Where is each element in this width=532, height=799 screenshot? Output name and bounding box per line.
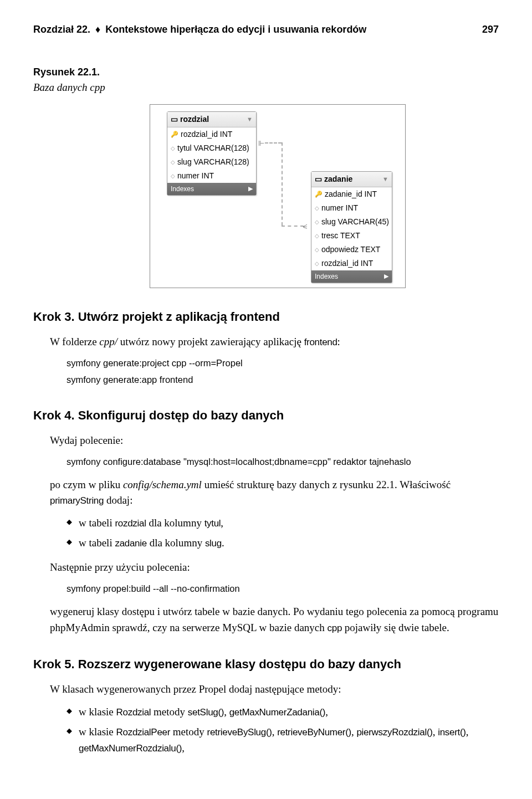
step4-heading: Krok 4. Skonfiguruj dostęp do bazy danyc… — [33, 406, 499, 424]
code-block: symfony generate:project cpp --orm=Prope… — [66, 356, 499, 370]
list-item: w klasie RozdzialPeer metody retrieveByS… — [66, 724, 499, 756]
table-icon: ▭ — [171, 114, 178, 125]
connector-line — [282, 142, 283, 226]
diamond-icon: ◇ — [171, 172, 175, 180]
step4-paragraph3: Następnie przy użyciu polecenia: — [50, 560, 499, 576]
chevron-down-icon: ▼ — [382, 175, 388, 184]
step4-list: w tabeli rozdzial dla kolumny tytul, w t… — [33, 515, 499, 551]
code-block: symfony propel:build --all --no-confirma… — [66, 582, 499, 596]
step4-paragraph: Wydaj polecenie: — [50, 433, 499, 449]
diamond-icon: ◇ — [315, 259, 319, 268]
table-row: ◇slug VARCHAR(128) — [167, 155, 256, 169]
step3-heading: Krok 3. Utwórz projekt z aplikacją front… — [33, 308, 499, 326]
table-icon: ▭ — [315, 173, 322, 185]
table-row: ◇slug VARCHAR(45) — [311, 215, 392, 229]
connector-line — [265, 142, 282, 144]
table-row: ◇tytul VARCHAR(128) — [167, 141, 256, 155]
chevron-right-icon: ▶ — [248, 184, 253, 193]
table-row: 🔑zadanie_id INT — [311, 187, 392, 201]
header-diamond: ♦ — [95, 24, 100, 35]
key-icon: 🔑 — [171, 130, 178, 139]
indexes-bar: Indexes▶ — [311, 270, 392, 283]
step5-list: w klasie Rozdzial metody setSlug(), getM… — [33, 704, 499, 756]
table-header-zadanie: ▭ zadanie ▼ — [311, 172, 392, 187]
diamond-icon: ◇ — [171, 158, 175, 166]
er-diagram: ▭ rozdzial ▼ 🔑rozdzial_id INT ◇tytul VAR… — [150, 104, 406, 288]
diamond-icon: ◇ — [171, 144, 175, 152]
table-rozdzial: ▭ rozdzial ▼ 🔑rozdzial_id INT ◇tytul VAR… — [167, 111, 257, 196]
figure-caption: Baza danych cpp — [33, 80, 499, 96]
step4-paragraph4: wygeneruj klasy dostępu i utwórz tabele … — [50, 604, 499, 636]
step4-paragraph2: po czym w pliku config/schema.yml umieść… — [50, 477, 499, 509]
table-row: ◇tresc TEXT — [311, 229, 392, 243]
key-icon: 🔑 — [315, 189, 323, 199]
indexes-bar: Indexes▶ — [167, 183, 256, 195]
page-header: Rozdział 22. ♦ Kontekstowe hiperłącza do… — [33, 22, 499, 37]
table-name: zadanie — [324, 173, 352, 185]
table-zadanie: ▭ zadanie ▼ 🔑zadanie_id INT ◇numer INT ◇… — [311, 171, 392, 283]
table-row: ◇odpowiedz TEXT — [311, 243, 392, 257]
page-number: 297 — [482, 22, 499, 37]
step5-paragraph: W klasach wygenerowanych przez Propel do… — [50, 682, 499, 698]
table-name: rozdzial — [180, 114, 209, 125]
chevron-down-icon: ▼ — [247, 115, 253, 124]
table-row: ◇numer INT — [167, 169, 256, 183]
table-row: ◇numer INT — [311, 201, 392, 215]
table-row: 🔑rozdzial_id INT — [167, 127, 256, 141]
chapter-label: Rozdział 22. — [33, 24, 90, 35]
diamond-icon: ◇ — [315, 218, 319, 226]
table-header-rozdzial: ▭ rozdzial ▼ — [167, 112, 256, 127]
list-item: w klasie Rozdzial metody setSlug(), getM… — [66, 704, 499, 720]
diamond-icon: ◇ — [315, 245, 319, 254]
list-item: w tabeli rozdzial dla kolumny tytul, — [66, 515, 499, 531]
figure-label: Rysunek 22.1. — [33, 65, 499, 80]
step5-heading: Krok 5. Rozszerz wygenerowane klasy dost… — [33, 655, 499, 673]
code-block: symfony generate:app frontend — [66, 373, 499, 387]
connector-line — [282, 226, 304, 227]
connector-end-many: ⪪ — [301, 221, 309, 232]
code-block: symfony configure:database "mysql:host=l… — [66, 455, 499, 469]
list-item: w tabeli zadanie dla kolumny slug. — [66, 535, 499, 551]
diamond-icon: ◇ — [315, 204, 319, 212]
connector-end-one: ⊩ — [258, 138, 264, 149]
chevron-right-icon: ▶ — [384, 272, 388, 281]
chapter-title: Kontekstowe hiperłącza do edycji i usuwa… — [105, 24, 366, 35]
diamond-icon: ◇ — [315, 232, 319, 240]
table-row: ◇rozdzial_id INT — [311, 257, 392, 270]
step3-paragraph: W folderze cpp/ utwórz nowy projekt zawi… — [50, 334, 499, 350]
